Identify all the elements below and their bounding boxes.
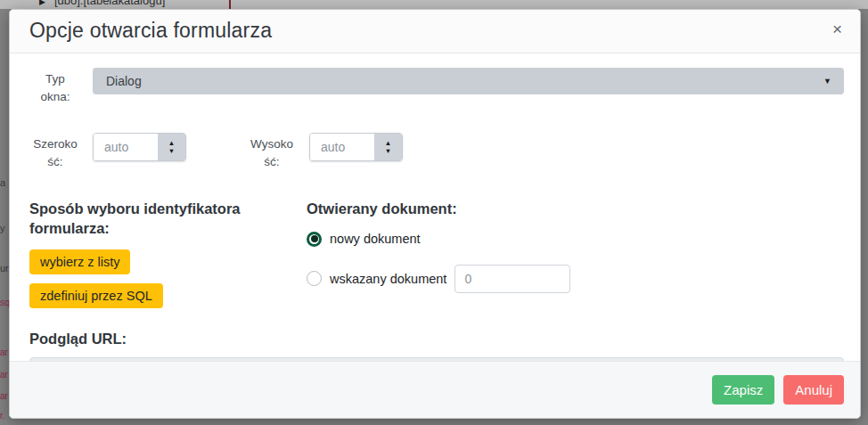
- backdrop-text-fragment: y: [0, 223, 9, 233]
- identifier-section: Sposób wyboru identyfikatora formularza:…: [20, 200, 307, 308]
- backdrop-text-fragment: ar: [0, 370, 9, 380]
- backdrop-text-fragment: a: [0, 177, 9, 188]
- cancel-button[interactable]: Anuluj: [783, 375, 844, 405]
- width-stepper[interactable]: ▲ ▼: [158, 134, 185, 160]
- new-document-label[interactable]: nowy dokument: [330, 232, 421, 246]
- backdrop-text-fragment: ar: [0, 347, 9, 358]
- pointed-document-option: wskazany dokument: [307, 265, 844, 293]
- opened-document-section: Otwierany dokument: nowy dokument wskaza…: [307, 200, 844, 308]
- width-input[interactable]: [94, 134, 158, 160]
- backdrop-red-line: [229, 0, 231, 9]
- chevron-down-icon: ▼: [823, 77, 831, 86]
- backdrop-text-fragment: sq: [0, 298, 9, 308]
- dimensions-row: Szerokość: ▲ ▼ Wysokość: ▲ ▼: [20, 133, 844, 170]
- dialog-body: Typ okna: Dialog ▼ Szerokość: ▲ ▼ Wysoko…: [10, 53, 860, 384]
- window-type-label: Typ okna:: [32, 70, 78, 105]
- dialog-title: Opcje otwarcia formularza: [29, 19, 272, 43]
- window-type-value: Dialog: [106, 74, 142, 88]
- new-document-radio[interactable]: [307, 232, 322, 247]
- save-button[interactable]: Zapisz: [712, 375, 774, 405]
- expand-arrow-icon: ▶: [39, 0, 45, 6]
- backdrop-table-row: ▶[dbo].[tabelakatalogu]: [0, 0, 868, 9]
- width-label: Szerokość:: [32, 135, 78, 170]
- window-type-row: Typ okna: Dialog ▼: [20, 68, 844, 105]
- spin-down-icon[interactable]: ▼: [168, 148, 175, 155]
- identifier-section-heading: Sposób wyboru identyfikatora formularza:: [29, 200, 270, 238]
- backdrop-text-fragment: ur: [0, 263, 9, 274]
- window-type-select[interactable]: Dialog ▼: [93, 68, 844, 94]
- options-columns: Sposób wyboru identyfikatora formularza:…: [20, 200, 844, 308]
- dialog-header: Opcje otwarcia formularza ×: [10, 10, 860, 53]
- backdrop-text-fragment: r.: [0, 411, 9, 421]
- height-input[interactable]: [310, 134, 374, 160]
- opened-document-heading: Otwierany dokument:: [307, 200, 547, 218]
- height-stepper[interactable]: ▲ ▼: [374, 134, 402, 160]
- form-open-options-dialog: Opcje otwarcia formularza × Typ okna: Di…: [9, 9, 861, 419]
- url-preview-heading: Podgląd URL:: [29, 330, 270, 348]
- close-icon[interactable]: ×: [832, 20, 842, 37]
- backdrop-table-row-text: ▶[dbo].[tabelakatalogu]: [39, 0, 165, 7]
- new-document-option: nowy dokument: [307, 232, 844, 247]
- width-input-group: ▲ ▼: [93, 133, 186, 161]
- spin-up-icon[interactable]: ▲: [385, 140, 391, 147]
- height-label: Wysokość:: [249, 135, 295, 170]
- choose-from-list-button[interactable]: wybierz z listy: [29, 249, 130, 274]
- dialog-footer: Zapisz Anuluj: [10, 361, 860, 418]
- define-by-sql-button[interactable]: zdefiniuj przez SQL: [29, 283, 163, 308]
- spin-up-icon[interactable]: ▲: [168, 140, 175, 147]
- pointed-document-label[interactable]: wskazany dokument: [330, 272, 446, 286]
- backdrop-text-fragment: ar: [0, 391, 9, 402]
- spin-down-icon[interactable]: ▼: [385, 148, 391, 155]
- pointed-document-radio[interactable]: [307, 271, 322, 286]
- height-input-group: ▲ ▼: [309, 133, 403, 161]
- document-id-input[interactable]: [454, 265, 570, 293]
